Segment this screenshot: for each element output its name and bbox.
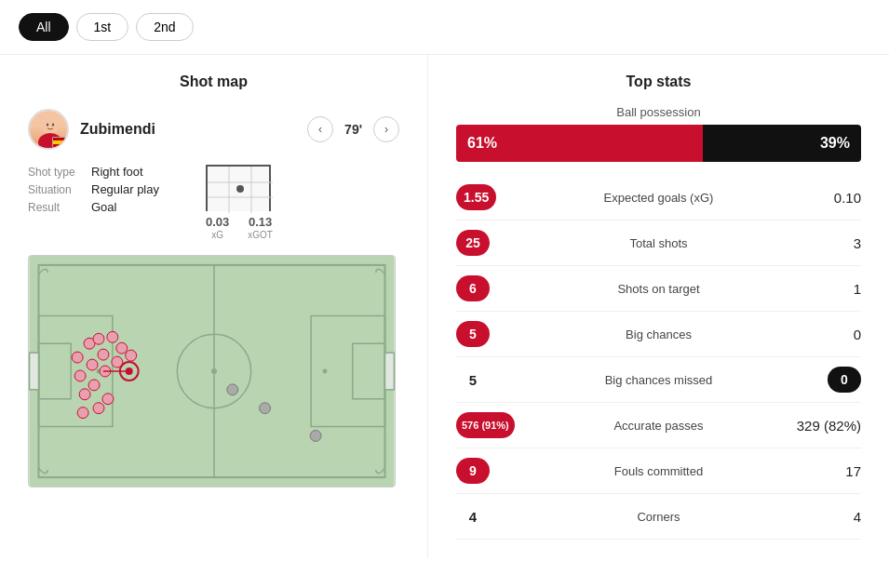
svg-point-26 (107, 331, 118, 342)
svg-point-43 (260, 403, 271, 414)
corners-left-badge: 4 (456, 503, 490, 529)
stat-shots-on-target-left: 6 (456, 275, 531, 301)
stat-xg-right: 0.10 (787, 190, 861, 206)
stat-fouls-right: 17 (787, 463, 861, 479)
big-chances-missed-right-badge: 0 (828, 367, 861, 393)
xg-values: 0.03 xG 0.13 xGOT (206, 215, 273, 240)
big-chances-left-badge: 5 (456, 321, 490, 347)
situation-value: Regular play (91, 182, 159, 196)
flag-badge (52, 137, 67, 148)
svg-point-32 (79, 389, 90, 400)
accurate-passes-left-badge: 576 (91%) (456, 412, 515, 438)
xg-label: xG (211, 230, 223, 240)
svg-point-22 (323, 369, 328, 374)
main-content: Shot map Zubimendi ‹ (0, 55, 889, 558)
result-row: Result Goal (28, 200, 159, 214)
svg-point-23 (72, 352, 83, 363)
stat-total-shots-left: 25 (456, 230, 531, 256)
svg-point-9 (236, 185, 244, 193)
situation-row: Situation Regular play (28, 182, 159, 196)
stat-total-shots-right: 3 (787, 235, 861, 251)
situation-label: Situation (28, 183, 84, 196)
tab-1st[interactable]: 1st (76, 13, 129, 41)
svg-point-44 (310, 430, 321, 441)
possession-left-value: 61% (456, 125, 703, 162)
tab-all[interactable]: All (19, 13, 69, 41)
possession-bar: 61% 39% (456, 125, 861, 162)
shot-map-title: Shot map (28, 74, 399, 90)
shot-map-panel: Shot map Zubimendi ‹ (0, 55, 428, 558)
svg-point-36 (102, 394, 114, 405)
stat-shots-on-target-right: 1 (787, 281, 861, 297)
shot-type-label: Shot type (28, 166, 84, 179)
pitch-svg (29, 256, 395, 487)
stat-fouls-left: 9 (456, 458, 531, 484)
svg-point-28 (98, 349, 109, 360)
stat-big-chances-right: 0 (787, 327, 861, 342)
stat-xg-left: 1.55 (456, 184, 531, 210)
big-chances-missed-left-badge: 5 (456, 367, 490, 393)
stat-shots-on-target-name: Shots on target (531, 282, 787, 296)
stat-accurate-passes-right: 329 (82%) (787, 418, 861, 434)
xg-left-badge: 1.55 (456, 184, 496, 210)
result-value: Goal (91, 200, 116, 214)
shot-details: Shot type Right foot Situation Regular p… (28, 165, 159, 214)
stat-row-accurate-passes: 576 (91%) Accurate passes 329 (82%) (456, 403, 861, 448)
next-button[interactable]: › (373, 116, 399, 142)
stat-row-xg: 1.55 Expected goals (xG) 0.10 (456, 175, 861, 220)
fouls-left-badge: 9 (456, 458, 490, 484)
tab-2nd[interactable]: 2nd (136, 13, 193, 41)
player-row: Zubimendi ‹ 79' › (28, 109, 399, 150)
svg-point-29 (87, 359, 98, 370)
xg-number: 0.03 (206, 215, 229, 229)
stat-row-shots-on-target: 6 Shots on target 1 (456, 266, 861, 312)
stats-table: 1.55 Expected goals (xG) 0.10 25 Total s… (456, 175, 861, 540)
stat-big-chances-missed-left: 5 (456, 367, 531, 393)
stat-accurate-passes-left: 576 (91%) (456, 412, 531, 438)
svg-point-27 (116, 342, 128, 354)
svg-point-25 (93, 333, 104, 344)
stat-row-fouls: 9 Fouls committed 17 (456, 448, 861, 494)
svg-point-14 (211, 368, 217, 374)
stats-title: Top stats (456, 74, 861, 90)
avatar (28, 109, 69, 150)
svg-point-37 (93, 403, 104, 414)
stat-big-chances-missed-name: Big chances missed (531, 373, 787, 387)
stat-row-corners: 4 Corners 4 (456, 494, 861, 540)
time-badge: 79' (344, 122, 362, 137)
svg-point-35 (126, 350, 137, 361)
stat-big-chances-left: 5 (456, 321, 531, 347)
tabs-container: All 1st 2nd (0, 0, 889, 55)
svg-point-31 (88, 380, 100, 391)
svg-point-38 (77, 408, 88, 419)
possession-section: Ball possession 61% 39% (456, 105, 861, 162)
stat-row-total-shots: 25 Total shots 3 (456, 220, 861, 266)
svg-rect-21 (385, 353, 395, 390)
stat-corners-left: 4 (456, 503, 531, 529)
pitch-container (28, 255, 396, 488)
stat-row-big-chances: 5 Big chances 0 (456, 312, 861, 357)
stat-big-chances-name: Big chances (531, 327, 787, 341)
stat-corners-name: Corners (531, 510, 787, 524)
svg-point-4 (52, 124, 54, 127)
shot-type-value: Right foot (91, 165, 143, 179)
stat-xg-name: Expected goals (xG) (531, 191, 787, 205)
shots-on-target-left-badge: 6 (456, 275, 490, 301)
stat-row-big-chances-missed: 5 Big chances missed 0 (456, 357, 861, 403)
stat-big-chances-missed-right: 0 (787, 367, 861, 393)
xgot-label: xGOT (248, 230, 273, 240)
stat-corners-right: 4 (787, 509, 861, 525)
xgot-number: 0.13 (248, 215, 273, 229)
goal-frame (206, 165, 271, 211)
total-shots-left-badge: 25 (456, 230, 490, 256)
svg-point-40 (126, 368, 133, 375)
top-stats-panel: Top stats Ball possession 61% 39% 1.55 E… (428, 55, 889, 558)
shot-type-row: Shot type Right foot (28, 165, 159, 179)
prev-button[interactable]: ‹ (307, 116, 333, 142)
result-label: Result (28, 201, 84, 214)
svg-point-30 (74, 370, 86, 381)
svg-point-42 (227, 384, 238, 395)
player-name: Zubimendi (80, 121, 296, 138)
possession-label: Ball possession (456, 105, 861, 119)
svg-point-3 (47, 124, 48, 127)
